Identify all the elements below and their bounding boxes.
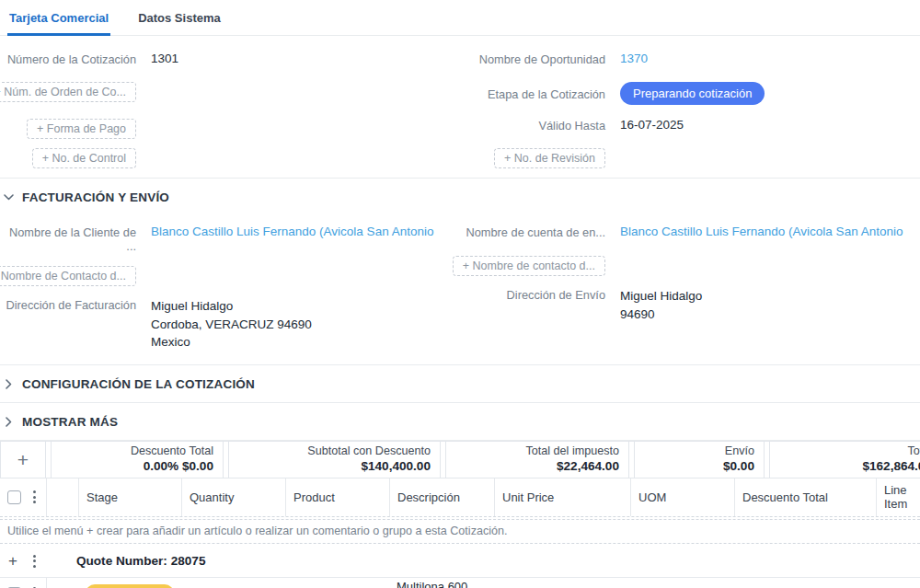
add-no-revision-button[interactable]: + No. de Revisión (494, 148, 605, 168)
column-header-descuento-total: Descuento Total (734, 478, 876, 516)
section-configuracion-cotizacion[interactable]: CONFIGURACIÓN DE LA COTIZACIÓN (0, 365, 920, 402)
column-header-unit-price: Unit Price (494, 478, 630, 516)
billing-address: Miguel Hidalgo Cordoba, VERACRUZ 94690 M… (151, 295, 312, 352)
field-label-cliente-facturacion: Nombre de la Cliente de ... (0, 223, 136, 253)
section-mostrar-mas[interactable]: MOSTRAR MÁS (0, 403, 920, 440)
tab-datos-sistema[interactable]: Datos Sistema (136, 9, 223, 35)
field-label-valido-hasta: Válido Hasta (460, 116, 605, 133)
billing-fields: Nombre de la Cliente de ... Blanco Casti… (0, 215, 920, 364)
line-item-row: 1 Cotización gan... 3,750.00 ML600-5-1VT… (0, 578, 920, 588)
row-number-header (46, 478, 78, 516)
column-header-quantity: Quantity (181, 478, 285, 516)
plus-icon: + (17, 450, 29, 469)
section-facturacion-envio[interactable]: FACTURACIÓN Y ENVÍO (0, 179, 920, 215)
field-value-numero-cotizacion: 1301 (151, 50, 178, 65)
plus-icon[interactable]: + (0, 553, 23, 569)
tax-total-cell: Total del impuesto $22,464.00 (445, 442, 629, 478)
column-header-product: Product (285, 478, 389, 516)
tab-tarjeta-comercial[interactable]: Tarjeta Comercial (7, 9, 110, 36)
cell-line-item (876, 578, 920, 588)
line-stage-badge[interactable]: Cotización gan... (86, 584, 174, 588)
opportunity-link[interactable]: 1370 (620, 52, 648, 65)
cell-uom (630, 578, 734, 588)
line-items-header-row: Stage Quantity Product Descripción Unit … (0, 478, 920, 517)
totals-bar: + Descuento Total 0.00% $0.00 Subtotal c… (0, 441, 920, 478)
tab-bar: Tarjeta Comercial Datos Sistema (0, 0, 920, 36)
billing-contact-link[interactable]: Blanco Castillo Luis Fernando (Avicola S… (151, 225, 433, 238)
cell-descripcion: Multilona 600 Bla... (389, 578, 494, 588)
field-label-direccion-envio: Dirección de Envío (460, 285, 605, 302)
grand-total-cell: Total $162,864.00 (769, 442, 920, 478)
kebab-menu-icon[interactable] (29, 552, 40, 571)
field-label-direccion-facturacion: Dirección de Facturación (0, 295, 136, 312)
shipping-account-link[interactable]: Blanco Castillo Luis Fernando (Avicola S… (620, 225, 903, 238)
add-contacto-facturacion-button[interactable]: + Nombre de Contacto d... (0, 266, 136, 286)
section-title: CONFIGURACIÓN DE LA COTIZACIÓN (22, 377, 255, 391)
field-label-cuenta-envio: Nombre de cuenta de en... (460, 223, 605, 239)
kebab-menu-icon[interactable] (29, 584, 40, 588)
select-all-checkbox[interactable] (7, 490, 21, 504)
column-header-stage: Stage (78, 478, 181, 516)
quote-stage-badge[interactable]: Preparando cotización (620, 82, 765, 105)
cell-quantity: 3,750.00 (181, 578, 285, 588)
subtotal-cell: Subtotal con Descuento $140,400.00 (228, 442, 441, 478)
quote-number-title: Quote Number: 28075 (76, 554, 206, 568)
add-forma-pago-button[interactable]: + Forma de Pago (27, 119, 136, 139)
field-label-etapa: Etapa de la Cotización (460, 82, 605, 101)
chevron-right-icon (4, 417, 14, 427)
chevron-down-icon (4, 194, 14, 201)
add-orden-compra-button[interactable]: + Núm. de Orden de Co... (0, 82, 136, 102)
grid-hint-text: Utilice el menú + crear para añadir un a… (0, 519, 920, 544)
quote-header-fields: Número de la Cotización 1301 + Núm. de O… (0, 36, 920, 178)
quote-group-row: + Quote Number: 28075 (0, 546, 920, 578)
row-number: 1 (46, 578, 78, 588)
shipping-address: Miguel Hidalgo 94690 (620, 285, 702, 323)
kebab-menu-icon[interactable] (29, 488, 40, 506)
add-line-item-button[interactable]: + (0, 442, 46, 478)
add-contacto-envio-button[interactable]: + Nombre de contacto d... (453, 256, 605, 276)
section-title: MOSTRAR MÁS (22, 415, 118, 429)
field-value-valido-hasta: 16-07-2025 (620, 116, 684, 132)
section-title: FACTURACIÓN Y ENVÍO (22, 190, 169, 204)
chevron-right-icon (4, 379, 14, 389)
cell-unit-price: $37.44 (494, 578, 630, 588)
shipping-cell: Envío $0.00 (634, 442, 765, 478)
column-header-uom: UOM (630, 478, 734, 516)
field-label-numero-cotizacion: Número de la Cotización (0, 50, 136, 66)
column-header-descripcion: Descripción (389, 478, 494, 516)
column-header-line-item: Line Item (876, 478, 920, 516)
total-discount-cell: Descuento Total 0.00% $0.00 (51, 442, 224, 478)
cell-descuento-total: $0.00 (734, 578, 876, 588)
field-label-nombre-oportunidad: Nombre de Oportunidad (460, 50, 605, 66)
add-no-control-button[interactable]: + No. de Control (32, 148, 136, 168)
